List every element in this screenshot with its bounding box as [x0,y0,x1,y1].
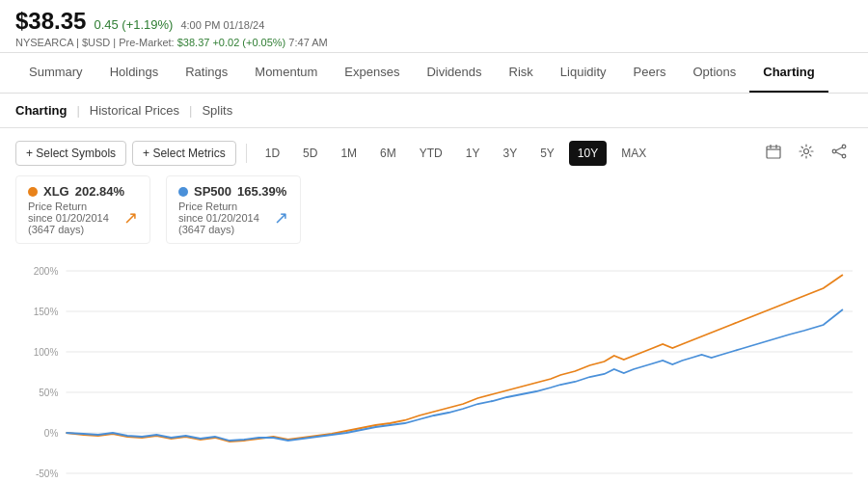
premarket-change: +0.02 (+0.05%) [212,37,285,48]
time-btn-1d[interactable]: 1D [257,141,288,166]
sp500-ticker: SP500 [194,184,231,199]
time-btn-1y[interactable]: 1Y [457,141,489,166]
header: $38.35 0.45 (+1.19%) 4:00 PM 01/18/24 NY… [0,0,868,128]
sub-nav-sep-2: | [189,103,192,118]
y-label-neg50: -50% [36,469,59,479]
calendar-icon [766,144,781,159]
tab-dividends[interactable]: Dividends [413,53,495,93]
xlg-line [66,275,842,442]
xlg-dot [28,187,38,197]
time-btn-5y[interactable]: 5Y [531,141,563,166]
tab-risk[interactable]: Risk [496,53,547,93]
share-button[interactable] [826,140,853,166]
sub-nav-sep-1: | [76,103,79,118]
legend-xlg: XLG 202.84% Price Return since 01/20/201… [15,175,150,244]
svg-point-7 [832,149,836,153]
sub-nav: Charting | Historical Prices | Splits [0,94,868,128]
legend: XLG 202.84% Price Return since 01/20/201… [15,175,853,244]
tab-summary[interactable]: Summary [15,53,96,93]
chart-container: 200% 150% 100% 50% 0% -50% [15,252,853,482]
tab-holdings[interactable]: Holdings [96,53,173,93]
tab-charting[interactable]: Charting [749,53,827,93]
y-label-200: 200% [34,266,59,277]
time-btn-max[interactable]: MAX [612,141,655,166]
calendar-button[interactable] [760,140,787,166]
subnav-charting[interactable]: Charting [15,101,67,120]
tab-liquidity[interactable]: Liquidity [547,53,620,93]
settings-button[interactable] [793,140,820,166]
svg-line-8 [836,147,843,150]
select-metrics-button[interactable]: + Select Metrics [132,141,236,166]
share-icon [831,144,847,159]
xlg-days: (3647 days) [28,224,109,235]
select-symbols-button[interactable]: + Select Symbols [15,141,126,166]
gear-icon [799,144,814,159]
time-btn-6m[interactable]: 6M [371,141,405,166]
legend-sp500: SP500 165.39% Price Return since 01/20/2… [166,175,301,244]
tab-expenses[interactable]: Expenses [331,53,413,93]
time-btn-10y[interactable]: 10Y [569,141,607,166]
sp500-since: since 01/20/2014 [178,212,259,224]
subnav-historical-prices[interactable]: Historical Prices [90,101,179,120]
svg-point-4 [804,149,809,154]
sp500-label: Price Return [178,201,259,212]
time-btn-1m[interactable]: 1M [332,141,366,166]
tab-momentum[interactable]: Momentum [241,53,331,93]
chart-svg: 200% 150% 100% 50% 0% -50% [15,252,853,482]
xlg-label: Price Return [28,201,109,212]
subnav-splits[interactable]: Splits [202,101,232,120]
svg-line-9 [836,152,843,155]
svg-rect-0 [767,147,780,158]
xlg-arrow-icon: ↗ [123,207,138,228]
sp500-pct: 165.39% [237,184,286,199]
svg-point-6 [842,154,846,158]
divider-1 [246,144,247,163]
svg-point-5 [842,145,846,148]
y-label-0: 0% [44,428,59,439]
main-nav: Summary Holdings Ratings Momentum Expens… [0,53,868,94]
tab-peers[interactable]: Peers [620,53,680,93]
tab-ratings[interactable]: Ratings [172,53,241,93]
y-label-100: 100% [34,347,59,358]
sp500-days: (3647 days) [178,224,259,235]
premarket-price: $38.37 [177,37,210,48]
sp500-arrow-icon: ↗ [274,207,288,228]
tab-options[interactable]: Options [679,53,749,93]
y-label-150: 150% [34,307,59,317]
xlg-ticker: XLG [43,184,69,199]
sp500-line [66,309,842,441]
price-time: 4:00 PM 01/18/24 [180,19,264,31]
price-meta: NYSEARCA | $USD | Pre-Market: $38.37 +0.… [15,37,853,48]
time-btn-5d[interactable]: 5D [294,141,326,166]
price-main: $38.35 [15,8,86,35]
exchange-label: NYSEARCA | $USD | Pre-Market: [15,37,175,48]
premarket-time: 7:47 AM [288,37,327,48]
price-change: 0.45 (+1.19%) [94,17,173,32]
time-btn-3y[interactable]: 3Y [494,141,526,166]
sp500-dot [178,187,188,197]
chart-controls: + Select Symbols + Select Metrics 1D 5D … [15,140,853,166]
y-label-50: 50% [39,388,58,398]
chart-area: + Select Symbols + Select Metrics 1D 5D … [0,128,868,482]
xlg-pct: 202.84% [75,184,124,199]
time-btn-ytd[interactable]: YTD [411,141,451,166]
xlg-since: since 01/20/2014 [28,212,109,224]
